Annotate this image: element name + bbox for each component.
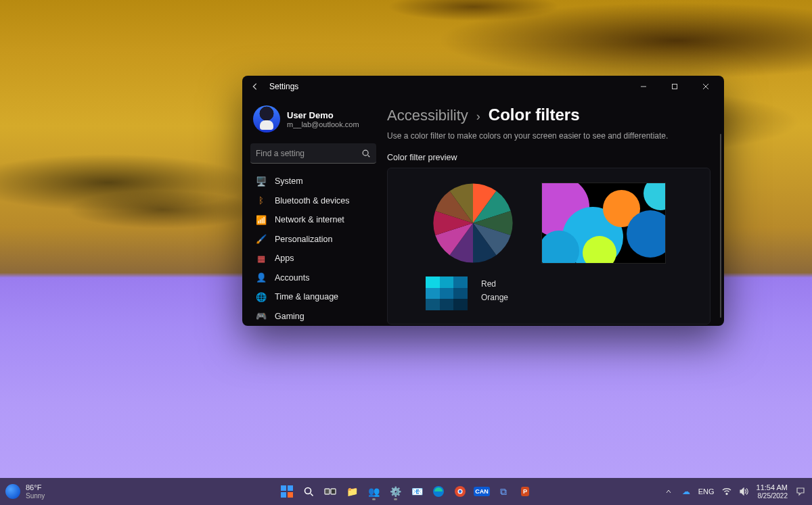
sidebar-item-personalization[interactable]: 🖌️Personalization [250,230,376,249]
preview-row [401,182,696,264]
minimize-button[interactable] [628,76,659,97]
svg-point-9 [726,494,727,495]
color-labels: RedOrange [481,276,508,302]
folder-icon: 📁 [346,486,358,497]
profile-name: User Demo [287,110,359,120]
color-list-row: RedOrange [401,276,696,310]
close-icon [702,83,709,90]
swatch-cell [426,276,440,288]
profile-block[interactable]: User Demo m__lab@outlook.com [250,103,376,138]
chevron-up-icon [665,488,672,495]
clock-time: 11:54 AM [757,483,788,491]
nav-icon: ᛒ [256,195,267,206]
nav-icon: 📶 [256,214,267,225]
back-button[interactable] [245,76,265,97]
notifications-button[interactable] [794,485,807,498]
settings-window: Settings User Demo m__lab@outlook.com [242,76,724,326]
taskbar-app-edge[interactable] [429,482,448,501]
start-button[interactable] [277,482,296,501]
taskbar-app-canva[interactable]: CAN [472,482,491,501]
nav-icon: 🌐 [256,291,267,302]
taskbar-center: 📁 👥 ⚙️ 📧 CAN ⧉ P [277,482,535,501]
chevron-right-icon: › [476,110,480,124]
sidebar-item-gaming[interactable]: 🎮Gaming [250,307,376,327]
sidebar-item-label: Accounts [275,273,309,283]
nav-list: 🖥️SystemᛒBluetooth & devices📶Network & i… [250,172,376,326]
taskbar-app-terminal[interactable]: ⧉ [494,482,513,501]
nav-icon: 👤 [256,272,267,283]
titlebar: Settings [242,76,724,97]
svg-point-8 [459,490,461,493]
weather-icon [5,484,20,499]
swatch-cell [453,276,468,288]
sidebar-item-label: Network & internet [275,215,344,224]
swatch-cell [453,299,468,310]
search-button[interactable] [299,482,318,501]
clock-date: 8/25/2022 [757,492,788,500]
search-icon [361,149,371,158]
nav-icon: 🖌️ [256,234,267,245]
search-box[interactable] [250,143,376,164]
swatch-cell [440,299,454,310]
swatch-cell [426,299,440,310]
taskbar-app-chrome[interactable] [451,482,470,501]
breadcrumb-parent[interactable]: Accessibility [387,107,468,124]
scrollbar[interactable] [720,134,721,318]
avatar [253,105,280,133]
taskbar-app-mail[interactable]: 📧 [407,482,426,501]
close-button[interactable] [690,76,721,97]
swatch-cell [440,288,454,299]
people-icon: 👥 [368,486,380,497]
sidebar-item-apps[interactable]: ▦Apps [250,249,376,268]
weather-widget[interactable]: 86°F Sunny [5,483,66,499]
svg-rect-4 [331,489,336,494]
taskbar-app-powerpoint[interactable]: P [516,482,535,501]
language-indicator[interactable]: ENG [698,487,715,496]
maximize-icon [671,83,678,90]
main-content: Accessibility › Color filters Use a colo… [382,97,724,326]
clock[interactable]: 11:54 AM 8/25/2022 [757,483,788,499]
tray-volume[interactable] [739,486,750,497]
page-subtitle: Use a color filter to make colors on you… [387,131,710,141]
search-icon [303,486,314,497]
taskbar: 86°F Sunny 📁 👥 ⚙️ 📧 CAN ⧉ P ☁ ENG [0,478,812,505]
task-view-button[interactable] [321,482,340,501]
taskbar-app-settings[interactable]: ⚙️ [386,482,405,501]
color-label: Orange [481,293,508,302]
section-title: Color filter preview [387,153,710,162]
task-view-icon [324,487,336,496]
color-swatch-grid [426,276,468,310]
color-label: Red [481,279,508,289]
taskbar-app-explorer[interactable]: 📁 [342,482,361,501]
minimize-icon [640,83,647,90]
profile-email: m__lab@outlook.com [287,120,359,128]
powerpoint-icon: P [521,487,529,496]
canva-icon: CAN [474,487,490,496]
sidebar-item-network-internet[interactable]: 📶Network & internet [250,210,376,230]
weather-cond: Sunny [26,492,45,500]
svg-rect-0 [673,85,677,89]
sidebar-item-bluetooth-devices[interactable]: ᛒBluetooth & devices [250,191,376,211]
sidebar-item-accounts[interactable]: 👤Accounts [250,268,376,288]
tray-overflow[interactable] [663,486,674,497]
swatch-cell [426,288,440,299]
sidebar-item-label: Gaming [275,312,304,321]
search-input[interactable] [256,149,361,158]
mail-icon: 📧 [411,486,423,497]
chrome-icon [454,485,466,498]
preview-image [541,183,666,264]
maximize-button[interactable] [659,76,690,97]
tray-onedrive[interactable]: ☁ [681,486,692,497]
swatch-cell [453,288,468,299]
sidebar-item-label: Bluetooth & devices [275,196,350,206]
taskbar-app-people[interactable]: 👥 [364,482,383,501]
tray-network[interactable] [721,486,732,497]
sidebar-item-label: System [275,176,303,186]
sidebar-item-system[interactable]: 🖥️System [250,172,376,191]
sidebar-item-label: Time & language [275,292,338,302]
sidebar-item-label: Apps [275,254,294,263]
cloud-icon: ☁ [682,487,690,496]
sidebar-item-label: Personalization [275,235,332,244]
sidebar-item-time-language[interactable]: 🌐Time & language [250,287,376,307]
notification-icon [796,487,805,496]
